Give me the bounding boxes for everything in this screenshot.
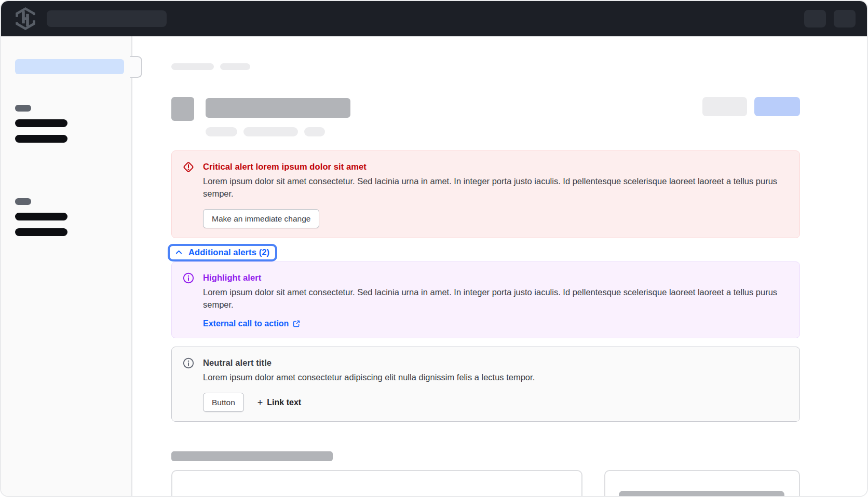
link-text-link[interactable]: + Link text (257, 398, 301, 407)
additional-alerts-toggle[interactable]: Additional alerts (2) (170, 246, 275, 259)
external-link-label: External call to action (203, 319, 289, 328)
main-content: Critical alert lorem ipsum dolor sit ame… (132, 36, 867, 497)
page-icon-skeleton (171, 97, 194, 121)
section-title-skeleton (171, 451, 333, 461)
cards-row (171, 470, 800, 497)
critical-alert-title: Critical alert lorem ipsum dolor sit ame… (203, 160, 789, 173)
highlight-alert: Highlight alert Lorem ipsum dolor sit am… (171, 261, 800, 338)
badge-skeleton (243, 127, 298, 136)
badge-skeleton (304, 127, 325, 136)
make-immediate-change-button[interactable]: Make an immediate change (203, 209, 319, 228)
breadcrumb (171, 63, 800, 70)
external-call-to-action-link[interactable]: External call to action (203, 319, 301, 328)
badge-skeleton (206, 127, 237, 136)
sidebar-item-skeleton[interactable] (15, 213, 67, 220)
card-content-skeleton (619, 491, 784, 497)
critical-alert: Critical alert lorem ipsum dolor sit ame… (171, 150, 800, 238)
sidebar-collapse-handle[interactable] (130, 56, 142, 78)
plus-icon: + (257, 398, 263, 407)
sidebar-section-label-skeleton (15, 198, 31, 205)
link-text-label: Link text (267, 398, 301, 407)
neutral-alert: Neutral alert title Lorem ipsum dolor am… (171, 347, 800, 422)
highlight-alert-description: Lorem ipsum dolor sit amet consectetur. … (203, 286, 787, 311)
neutral-alert-title: Neutral alert title (203, 356, 789, 369)
app-window: Critical alert lorem ipsum dolor sit ame… (0, 0, 868, 497)
sidebar-item-skeleton[interactable] (15, 228, 67, 236)
top-navigation-bar (1, 1, 867, 36)
user-menu-skeleton[interactable] (834, 10, 856, 27)
page-title-skeleton (206, 98, 350, 118)
sidebar (1, 36, 132, 497)
neutral-alert-button[interactable]: Button (203, 393, 244, 412)
search-input-skeleton[interactable] (47, 10, 167, 27)
chevron-up-icon (174, 248, 183, 257)
sidebar-item-skeleton[interactable] (15, 135, 67, 143)
focus-ring: Additional alerts (2) (168, 244, 277, 261)
sidebar-item-selected-skeleton[interactable] (15, 59, 124, 74)
card-skeleton (171, 470, 582, 497)
breadcrumb-item-skeleton[interactable] (171, 63, 214, 70)
sidebar-section-label-skeleton (15, 105, 31, 112)
breadcrumb-item-skeleton[interactable] (220, 63, 250, 70)
page-header-actions (702, 97, 800, 116)
secondary-button-skeleton[interactable] (702, 97, 747, 116)
primary-button-skeleton[interactable] (754, 97, 800, 116)
sidebar-item-skeleton[interactable] (15, 119, 67, 127)
page-header (171, 97, 800, 121)
info-circle-icon (182, 272, 195, 284)
hashicorp-logo-icon (15, 7, 36, 30)
help-button-skeleton[interactable] (804, 10, 826, 27)
card-skeleton (604, 470, 800, 497)
highlight-alert-title: Highlight alert (203, 271, 789, 284)
additional-alerts-label: Additional alerts (2) (188, 247, 269, 257)
neutral-alert-description: Lorem ipsum dolor amet consectetur adipi… (203, 371, 787, 383)
additional-alerts-toggle-wrap: Additional alerts (2) (168, 244, 277, 261)
alert-diamond-icon (182, 161, 195, 173)
page-badges (206, 127, 800, 136)
info-circle-icon (182, 357, 195, 369)
critical-alert-description: Lorem ipsum dolor sit amet consectetur. … (203, 175, 787, 200)
external-link-icon (292, 320, 301, 328)
